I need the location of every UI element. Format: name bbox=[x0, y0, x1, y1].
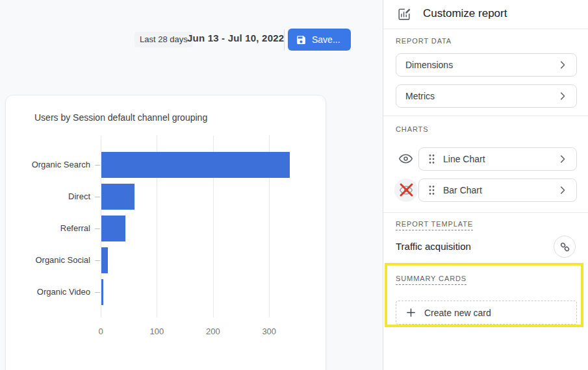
bar bbox=[101, 247, 108, 273]
eye-icon bbox=[398, 151, 413, 166]
chevron-right-icon bbox=[557, 90, 569, 102]
create-new-card-label: Create new card bbox=[424, 308, 491, 318]
category-label: Organic Video bbox=[6, 279, 90, 305]
report-data-section-label: REPORT DATA bbox=[396, 37, 452, 45]
category-label: Referral bbox=[6, 216, 90, 241]
app-window: Last 28 days Jun 13 - Jul 10, 2022 Save.… bbox=[0, 0, 588, 370]
x-axis-tick-label: 200 bbox=[200, 327, 226, 336]
bar-chart-label: Bar Chart bbox=[443, 185, 549, 195]
metrics-label: Metrics bbox=[405, 91, 557, 101]
panel-header: Customize report bbox=[383, 0, 588, 29]
drag-handle-icon[interactable] bbox=[428, 185, 435, 195]
summary-cards-section-label: SUMMARY CARDS bbox=[396, 275, 467, 285]
category-tick-mark bbox=[95, 197, 100, 197]
date-range-text[interactable]: Jun 13 - Jul 10, 2022 bbox=[187, 32, 284, 43]
section-divider bbox=[383, 116, 588, 116]
date-preset-chip[interactable]: Last 28 days bbox=[134, 32, 193, 47]
bar-chart: 0100200300Organic SearchDirectReferralOr… bbox=[6, 136, 327, 356]
metrics-button[interactable]: Metrics bbox=[396, 84, 577, 108]
summary-cards-label-text: SUMMARY CARDS bbox=[396, 275, 467, 285]
bar bbox=[101, 152, 290, 178]
line-chart-visibility-toggle[interactable] bbox=[398, 151, 413, 166]
x-axis-tick-label: 300 bbox=[256, 327, 282, 336]
dimensions-label: Dimensions bbox=[405, 60, 557, 70]
report-toolbar: Last 28 days Jun 13 - Jul 10, 2022 Save.… bbox=[0, 29, 383, 52]
dimensions-button[interactable]: Dimensions bbox=[396, 53, 577, 77]
save-button[interactable]: Save... bbox=[288, 29, 351, 51]
report-template-section-label: REPORT TEMPLATE bbox=[396, 220, 473, 230]
chevron-right-icon bbox=[557, 153, 569, 165]
report-template-name: Traffic acquisition bbox=[396, 241, 471, 252]
customize-report-panel: Customize report REPORT DATA Dimensions … bbox=[383, 0, 588, 370]
bar bbox=[101, 184, 134, 210]
bar bbox=[101, 216, 125, 241]
category-label: Organic Search bbox=[6, 152, 90, 178]
bar-chart-visibility-toggle[interactable] bbox=[394, 179, 418, 202]
bar bbox=[101, 279, 103, 305]
report-template-label-text: REPORT TEMPLATE bbox=[396, 220, 473, 230]
chevron-right-icon bbox=[557, 59, 569, 71]
customize-report-icon bbox=[397, 7, 411, 24]
chart-title: Users by Session default channel groupin… bbox=[34, 112, 207, 123]
category-label: Direct bbox=[6, 184, 90, 210]
category-tick-mark bbox=[95, 292, 100, 293]
category-tick-mark bbox=[95, 165, 100, 166]
line-chart-row[interactable]: Line Chart bbox=[418, 147, 577, 171]
charts-section-label: CHARTS bbox=[396, 125, 428, 133]
category-tick-mark bbox=[95, 228, 100, 229]
x-axis-tick-label: 0 bbox=[88, 327, 114, 336]
drag-handle-icon[interactable] bbox=[428, 154, 435, 164]
create-new-card-button[interactable]: Create new card bbox=[396, 301, 577, 325]
category-label: Organic Social bbox=[6, 247, 90, 273]
chevron-right-icon bbox=[557, 184, 569, 196]
unlink-template-button[interactable] bbox=[554, 236, 576, 258]
line-chart-label: Line Chart bbox=[443, 154, 549, 164]
save-button-label: Save... bbox=[312, 34, 340, 45]
report-canvas: Last 28 days Jun 13 - Jul 10, 2022 Save.… bbox=[0, 0, 383, 370]
category-tick-mark bbox=[95, 260, 100, 261]
bar-chart-row[interactable]: Bar Chart bbox=[418, 179, 577, 202]
panel-title: Customize report bbox=[423, 7, 507, 20]
plus-icon bbox=[405, 307, 416, 318]
unlink-icon bbox=[559, 241, 571, 253]
x-axis-tick-label: 100 bbox=[144, 327, 170, 336]
section-divider bbox=[383, 212, 588, 213]
chart-card: Users by Session default channel groupin… bbox=[5, 95, 326, 370]
toolbar-divider bbox=[284, 29, 285, 51]
save-icon bbox=[296, 34, 307, 45]
